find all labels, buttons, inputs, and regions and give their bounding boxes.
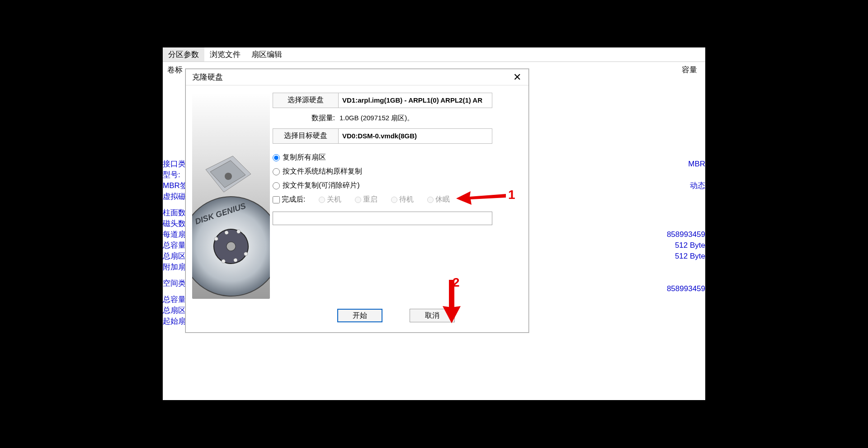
after-opt-restart: 重启 [355,195,377,204]
select-target-disk-button[interactable]: 选择目标硬盘 [273,128,339,144]
radio-copy-all-sectors-label: 复制所有扇区 [283,153,326,162]
radio-copy-by-file[interactable]: 按文件复制(可消除碎片) [273,181,528,190]
data-amount-label: 数据量: [273,113,339,123]
after-complete-row: 完成后: 关机 重启 待机 休眠 [273,195,528,204]
cancel-button[interactable]: 取消 [410,309,455,322]
tab-sector-edit[interactable]: 扇区编辑 [246,47,288,61]
after-complete-checkbox[interactable] [273,196,280,203]
after-opt-shutdown: 关机 [319,195,341,204]
after-opt-hibernate: 休眠 [427,195,450,204]
dialog-image-panel: DISK GENIUS [186,85,270,330]
radio-copy-by-file-input[interactable] [273,182,280,189]
val-bytes1: 512 Byte [667,240,705,251]
progress-bar [273,212,492,225]
start-button[interactable]: 开始 [337,309,382,322]
after-complete-label: 完成后: [282,195,305,204]
dialog-form-panel: 选择源硬盘 VD1:arpl.img(1GB) - ARPL1(0) ARPL2… [270,85,528,330]
dialog-titlebar: 克隆硬盘 ✕ [186,69,528,85]
radio-copy-all-sectors-input[interactable] [273,154,280,161]
tabs-row: 分区参数 浏览文件 扇区编辑 [163,47,705,62]
tab-partition-params[interactable]: 分区参数 [163,47,204,61]
clone-disk-dialog: 克隆硬盘 ✕ [185,69,529,333]
disk-info-values: MBR 动态 858993459 512 Byte 512 Byte 85899… [667,159,705,294]
after-opt-standby: 待机 [391,195,414,204]
data-amount-value: 1.0GB (2097152 扇区)。 [339,114,414,123]
radio-copy-all-sectors[interactable]: 复制所有扇区 [273,153,528,162]
dialog-title: 克隆硬盘 [192,72,223,82]
select-source-disk-button[interactable]: 选择源硬盘 [273,93,339,108]
col-label-left: 卷标 [167,65,183,75]
close-icon[interactable]: ✕ [509,72,526,82]
background-window: 分区参数 浏览文件 扇区编辑 卷标 容量 接口类型 型号: MBR签名 虚拟磁盘… [163,47,705,400]
val-dynamic: 动态 [667,180,705,191]
val-mbr: MBR [667,159,705,170]
val-bytes2: 512 Byte [667,251,705,262]
target-disk-field[interactable]: VD0:DSM-0.vmdk(8GB) [339,128,492,144]
radio-copy-by-fs-input[interactable] [273,168,280,175]
val-num2: 858993459 [667,283,705,294]
col-label-capacity: 容量 [682,65,697,75]
radio-copy-by-file-label: 按文件复制(可消除碎片) [283,181,360,190]
svg-point-10 [225,173,232,180]
val-num1: 858993459 [667,229,705,240]
tab-browse-files[interactable]: 浏览文件 [204,47,246,61]
annotation-number-2: 2 [453,275,460,290]
copy-mode-group: 复制所有扇区 按文件系统结构原样复制 按文件复制(可消除碎片) [273,153,528,190]
radio-copy-by-fs-label: 按文件系统结构原样复制 [283,167,362,176]
radio-copy-by-fs[interactable]: 按文件系统结构原样复制 [273,167,528,176]
hard-drive-image: DISK GENIUS [192,93,270,299]
source-disk-field[interactable]: VD1:arpl.img(1GB) - ARPL1(0) ARPL2(1) AR [339,93,492,108]
